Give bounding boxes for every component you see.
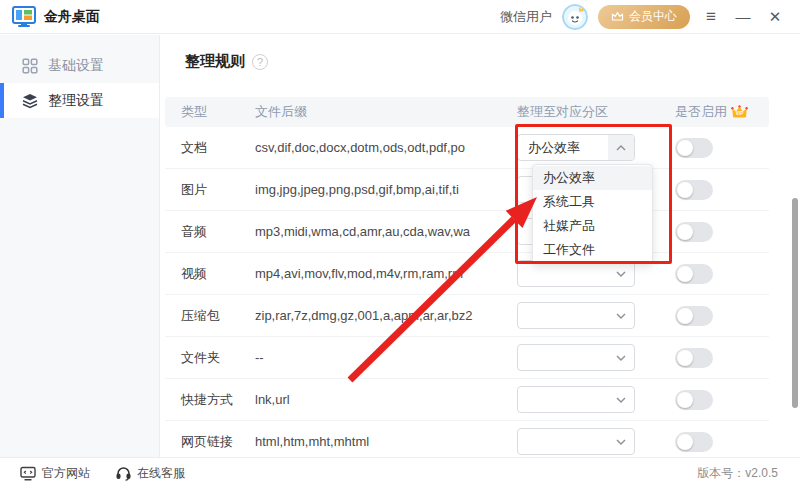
chevron-down-icon — [608, 345, 634, 370]
row-extensions: zip,rar,7z,dmg,gz,001,a,apm,ar,ar,bz2 — [255, 308, 517, 323]
row-extensions: -- — [255, 350, 517, 365]
row-extensions: img,jpg,jpeg,png,psd,gif,bmp,ai,tif,ti — [255, 182, 517, 197]
chevron-down-icon — [608, 261, 634, 286]
titlebar: 金舟桌面 微信用户 会员中心 ≡ — ✕ — [0, 0, 800, 34]
page-title: 整理规则 — [185, 52, 245, 71]
header-enable: 是否启用 — [675, 103, 727, 121]
username-label: 微信用户 — [500, 8, 552, 26]
partition-select[interactable] — [517, 386, 635, 413]
enable-toggle[interactable] — [675, 180, 713, 200]
toggle-knob — [677, 224, 693, 240]
dropdown-option-work[interactable]: 工作文件 — [533, 238, 652, 262]
chevron-up-icon — [608, 135, 634, 160]
close-icon[interactable]: ✕ — [764, 6, 786, 28]
row-type-label: 视频 — [181, 265, 255, 283]
user-avatar[interactable] — [562, 4, 588, 30]
row-type-label: 快捷方式 — [181, 391, 255, 409]
version-label: 版本号：v2.0.5 — [697, 465, 778, 482]
enable-toggle[interactable] — [675, 138, 713, 158]
crown-icon — [611, 11, 624, 22]
table-row-images: 图片 img,jpg,jpeg,png,psd,gif,bmp,ai,tif,t… — [165, 169, 769, 211]
toggle-knob — [677, 266, 693, 282]
toggle-knob — [677, 182, 693, 198]
table-row-archives: 压缩包 zip,rar,7z,dmg,gz,001,a,apm,ar,ar,bz… — [165, 295, 769, 337]
row-type-label: 网页链接 — [181, 433, 255, 451]
official-website-link[interactable]: 官方网站 — [20, 465, 90, 482]
menu-icon[interactable]: ≡ — [700, 6, 722, 28]
minimize-icon[interactable]: — — [732, 6, 754, 28]
footer: 官方网站 在线客服 版本号：v2.0.5 — [0, 457, 800, 488]
toggle-knob — [677, 308, 693, 324]
sidebar: 基础设置 整理设置 — [0, 35, 160, 457]
sidebar-item-label: 基础设置 — [48, 57, 104, 75]
toggle-knob — [677, 140, 693, 156]
headset-icon — [116, 466, 131, 481]
dropdown-option-social[interactable]: 社媒产品 — [533, 214, 652, 238]
row-type-label: 图片 — [181, 181, 255, 199]
chevron-down-icon — [608, 387, 634, 412]
vip-crown-icon: VIP — [731, 105, 748, 119]
row-extensions: html,htm,mht,mhtml — [255, 434, 517, 449]
member-center-label: 会员中心 — [629, 8, 677, 25]
row-extensions: mp3,midi,wma,cd,amr,au,cda,wav,wa — [255, 224, 517, 239]
online-support-label: 在线客服 — [137, 465, 185, 482]
enable-toggle[interactable] — [675, 432, 713, 452]
chevron-down-icon — [608, 303, 634, 328]
row-extensions: lnk,url — [255, 392, 517, 407]
app-logo-icon — [12, 6, 36, 28]
dropdown-option-system[interactable]: 系统工具 — [533, 190, 652, 214]
rules-table: 文档 csv,dif,doc,docx,dotm,ods,odt,pdf,po … — [165, 127, 769, 463]
sidebar-item-organize-settings[interactable]: 整理设置 — [0, 83, 159, 118]
monitor-icon — [20, 466, 36, 481]
select-value: 办公效率 — [518, 139, 608, 157]
online-support-link[interactable]: 在线客服 — [116, 465, 185, 482]
sidebar-item-label: 整理设置 — [48, 92, 104, 110]
enable-toggle[interactable] — [675, 348, 713, 368]
header-extensions: 文件后缀 — [255, 103, 517, 121]
member-center-button[interactable]: 会员中心 — [598, 5, 690, 29]
partition-select[interactable] — [517, 428, 635, 455]
enable-toggle[interactable] — [675, 222, 713, 242]
partition-select[interactable] — [517, 302, 635, 329]
svg-text:VIP: VIP — [736, 111, 743, 116]
table-header: 类型 文件后缀 整理至对应分区 是否启用 VIP — [165, 97, 769, 127]
row-type-label: 文件夹 — [181, 349, 255, 367]
enable-toggle[interactable] — [675, 264, 713, 284]
row-extensions: mp4,avi,mov,flv,mod,m4v,rm,ram,rm — [255, 266, 517, 281]
partition-select[interactable] — [517, 344, 635, 371]
sidebar-item-basic-settings[interactable]: 基础设置 — [0, 48, 159, 83]
table-row-folders: 文件夹 -- — [165, 337, 769, 379]
toggle-knob — [677, 350, 693, 366]
official-website-label: 官方网站 — [42, 465, 90, 482]
toggle-knob — [677, 434, 693, 450]
partition-dropdown-panel: 办公效率 系统工具 社媒产品 工作文件 — [532, 164, 653, 264]
table-row-shortcuts: 快捷方式 lnk,url — [165, 379, 769, 421]
header-type: 类型 — [181, 103, 255, 121]
header-partition: 整理至对应分区 — [517, 103, 675, 121]
app-title: 金舟桌面 — [44, 8, 100, 26]
row-type-label: 文档 — [181, 139, 255, 157]
row-extensions: csv,dif,doc,docx,dotm,ods,odt,pdf,po — [255, 140, 517, 155]
row-type-label: 压缩包 — [181, 307, 255, 325]
grid-icon — [22, 58, 38, 74]
main-content: 整理规则 ? 类型 文件后缀 整理至对应分区 是否启用 VIP 文档 csv, — [161, 35, 800, 457]
chevron-down-icon — [608, 429, 634, 454]
enable-toggle[interactable] — [675, 306, 713, 326]
table-row-video: 视频 mp4,avi,mov,flv,mod,m4v,rm,ram,rm — [165, 253, 769, 295]
enable-toggle[interactable] — [675, 390, 713, 410]
layers-icon — [22, 93, 38, 109]
vertical-scrollbar[interactable] — [792, 198, 798, 408]
partition-select-open[interactable]: 办公效率 — [517, 134, 635, 161]
help-icon[interactable]: ? — [252, 54, 268, 70]
dropdown-option-office[interactable]: 办公效率 — [533, 166, 652, 190]
partition-select[interactable] — [517, 260, 635, 287]
table-row-documents: 文档 csv,dif,doc,docx,dotm,ods,odt,pdf,po … — [165, 127, 769, 169]
row-type-label: 音频 — [181, 223, 255, 241]
table-row-audio: 音频 mp3,midi,wma,cd,amr,au,cda,wav,wa — [165, 211, 769, 253]
toggle-knob — [677, 392, 693, 408]
